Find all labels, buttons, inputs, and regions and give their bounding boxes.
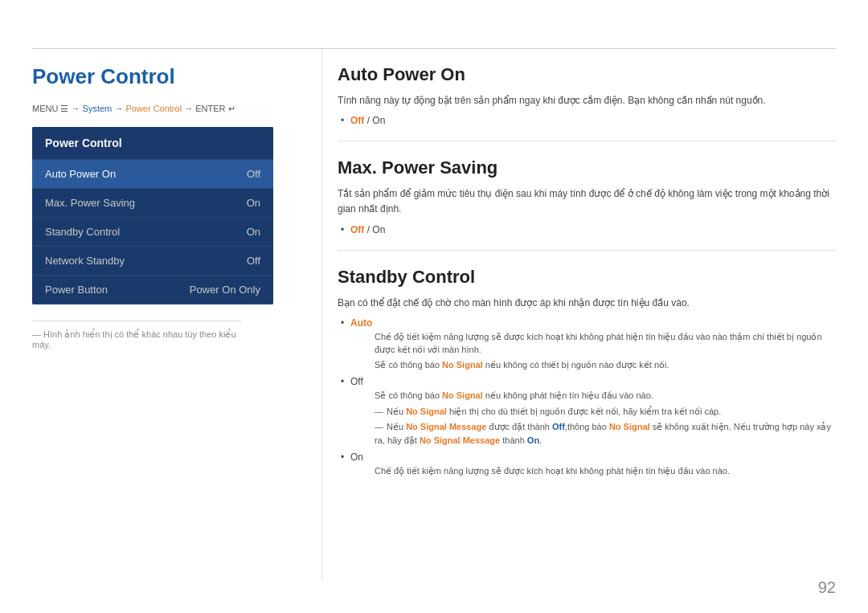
bullet-auto: Auto Chế độ tiết kiệm năng lượng sẽ được… xyxy=(350,317,836,372)
menu-item-power-button[interactable]: Power Button Power On Only xyxy=(32,276,273,304)
no-signal-1: No Signal xyxy=(442,360,483,370)
menu-item-value: Off xyxy=(247,255,260,267)
sub-note-on: Chế độ tiết kiệm năng lượng sẽ được kích… xyxy=(366,464,836,478)
option-auto: Auto xyxy=(350,317,372,329)
page-title: Power Control xyxy=(32,64,305,89)
no-signal-msg-2: No Signal Message xyxy=(420,435,500,445)
no-signal-4: No Signal xyxy=(609,422,650,431)
section-title-auto-power-on: Auto Power On xyxy=(338,64,836,85)
sub-note-auto: Chế độ tiết kiệm năng lượng sẽ được kích… xyxy=(366,330,836,357)
section-max-power-saving: Max. Power Saving Tắt sản phẩm để giảm m… xyxy=(338,157,836,235)
no-signal-3: No Signal xyxy=(406,407,447,416)
dash-note-2: Nếu No Signal Message được đặt thành Off… xyxy=(375,420,836,447)
sub-note-off: Sẽ có thông báo No Signal nếu không phát… xyxy=(366,389,836,403)
option-on-ref: On xyxy=(527,435,539,445)
menu-item-value: On xyxy=(247,226,260,238)
bc-system[interactable]: System xyxy=(83,104,113,113)
menu-item-label: Max. Power Saving xyxy=(45,197,135,209)
section-auto-power-on: Auto Power On Tính năng này tự động bật … xyxy=(338,64,836,126)
menu-box: Power Control Auto Power On Off Max. Pow… xyxy=(32,127,273,304)
bullet-off-on: Off / On xyxy=(350,115,836,126)
option-on-standby: On xyxy=(350,452,363,463)
menu-item-label: Standby Control xyxy=(45,226,120,238)
section-title-max-power-saving: Max. Power Saving xyxy=(338,157,836,178)
bullet-list-auto-power-on: Off / On xyxy=(338,115,836,126)
menu-item-label: Power Button xyxy=(45,284,108,296)
footnote: — Hình ảnh hiển thị có thể khác nhau tùy… xyxy=(32,321,241,349)
section-standby-control: Standby Control Bạn có thể đặt chế độ ch… xyxy=(338,267,836,478)
vertical-divider xyxy=(321,48,322,581)
bc-powercontrol[interactable]: Power Control xyxy=(125,104,182,113)
divider-1 xyxy=(338,141,836,141)
bullet-list-standby: Auto Chế độ tiết kiệm năng lượng sẽ được… xyxy=(338,317,836,478)
bc-arrow3: → ENTER ↵ xyxy=(184,104,235,113)
menu-item-label: Auto Power On xyxy=(45,168,116,180)
divider-2 xyxy=(338,250,836,251)
section-desc-max-power-saving: Tắt sản phẩm để giảm mức tiêu thụ điện s… xyxy=(338,186,836,217)
bc-menu-icon: ☰ xyxy=(60,104,71,113)
section-desc-auto-power-on: Tính năng này tự động bật trên sản phẩm … xyxy=(338,93,836,108)
sub-note-auto-2: Sẽ có thông báo No Signal nếu không có t… xyxy=(366,358,836,372)
menu-item-standby-control[interactable]: Standby Control On xyxy=(32,218,273,247)
menu-item-network-standby[interactable]: Network Standby Off xyxy=(32,247,273,276)
menu-item-label: Network Standby xyxy=(45,255,125,267)
no-signal-2: No Signal xyxy=(442,390,483,400)
section-title-standby-control: Standby Control xyxy=(338,267,836,288)
option-off-2: Off xyxy=(350,224,364,235)
no-signal-msg: No Signal Message xyxy=(406,422,486,431)
right-panel: Auto Power On Tính năng này tự động bật … xyxy=(338,48,836,581)
dash-note-1: Nếu No Signal hiện thị cho dù thiết bị n… xyxy=(375,405,836,419)
menu-item-auto-power-on[interactable]: Auto Power On Off xyxy=(32,160,273,189)
option-off-standby: Off xyxy=(350,376,363,387)
menu-item-value: Power On Only xyxy=(190,284,260,296)
menu-item-value: On xyxy=(247,197,260,209)
bullet-list-max-power-saving: Off / On xyxy=(338,224,836,235)
bullet-on: On Chế độ tiết kiệm năng lượng sẽ được k… xyxy=(350,452,836,478)
bc-arrow1: → xyxy=(72,104,83,113)
menu-item-max-power-saving[interactable]: Max. Power Saving On xyxy=(32,189,273,218)
menu-header: Power Control xyxy=(32,127,273,160)
bullet-off-on-2: Off / On xyxy=(350,224,836,235)
bullet-off: Off Sẽ có thông báo No Signal nếu không … xyxy=(350,376,836,447)
left-panel: Power Control MENU ☰ → System → Power Co… xyxy=(32,48,305,581)
menu-item-value: Off xyxy=(247,168,260,180)
page-number: 92 xyxy=(818,578,836,597)
separator: / On xyxy=(367,115,386,126)
separator-2: / On xyxy=(367,224,386,235)
section-desc-standby-control: Bạn có thể đặt chế độ chờ cho màn hình đ… xyxy=(338,296,836,311)
option-off: Off xyxy=(350,115,364,126)
bc-arrow2: → xyxy=(114,104,125,113)
option-off-ref: Off xyxy=(552,422,565,431)
bc-menu: MENU xyxy=(32,104,58,113)
breadcrumb: MENU ☰ → System → Power Control → ENTER … xyxy=(32,104,305,114)
